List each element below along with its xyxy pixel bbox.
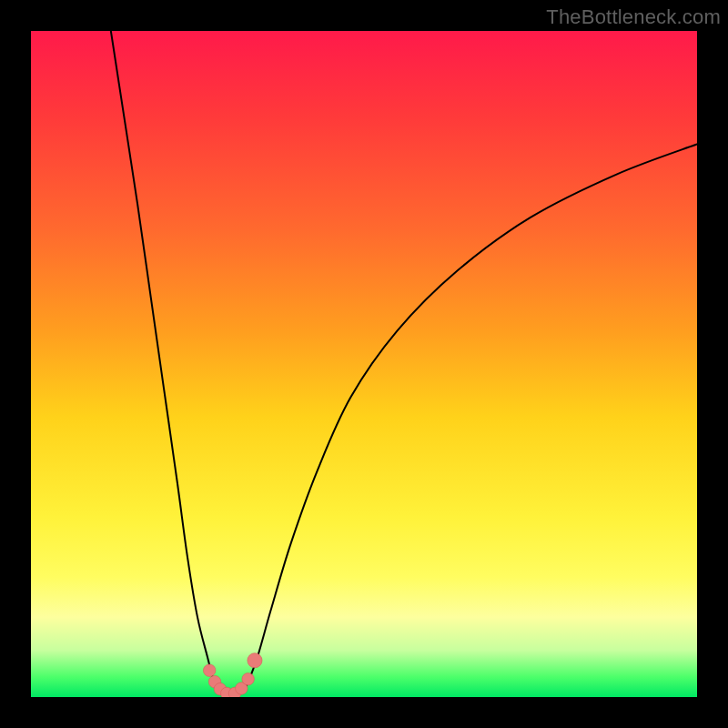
- trough-marker: [242, 673, 254, 685]
- curve-left: [111, 31, 214, 683]
- trough-markers: [203, 653, 262, 697]
- chart-frame: TheBottleneck.com: [0, 0, 728, 728]
- trough-marker: [203, 664, 215, 676]
- curve-right: [248, 144, 697, 683]
- plot-area: [31, 31, 697, 697]
- trough-marker: [248, 653, 262, 668]
- watermark-text: TheBottleneck.com: [546, 5, 721, 29]
- chart-svg: [31, 31, 697, 697]
